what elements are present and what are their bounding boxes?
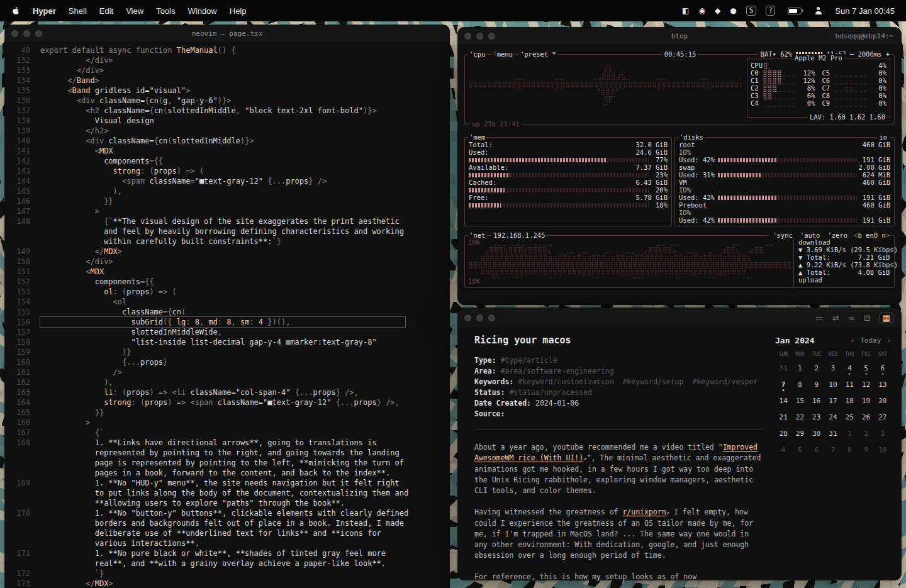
links-icon[interactable]: ⇄: [832, 313, 839, 323]
calendar-day[interactable]: 8: [841, 441, 858, 458]
code-line[interactable]: 40export default async function TheManua…: [5, 45, 449, 55]
calendar-day[interactable]: 9: [858, 441, 874, 458]
code-line[interactable]: 155 className={cn(: [5, 307, 449, 317]
code-line[interactable]: various interactions**.: [5, 538, 449, 548]
code-line[interactable]: borders and backgrounds felt out of plac…: [5, 518, 449, 528]
github-icon[interactable]: ●: [730, 6, 736, 15]
net-interface[interactable]: <b en0 n>: [854, 231, 890, 239]
code-line[interactable]: 145 ),: [5, 186, 449, 196]
calendar-day[interactable]: 2: [858, 425, 874, 441]
code-line[interactable]: **allowing users to explore "paths" thro…: [5, 498, 449, 508]
code-line[interactable]: 134 </Band>: [5, 75, 449, 86]
code-line[interactable]: 148 {`**The visual design of the site ex…: [5, 216, 449, 226]
code-line[interactable]: 133 </div>: [5, 65, 449, 75]
calendar-day[interactable]: 20: [875, 392, 891, 409]
box-toggle-sync[interactable]: 'sync: [771, 231, 794, 239]
calendar-day[interactable]: 11: [841, 376, 858, 392]
minimize-button[interactable]: [476, 314, 483, 321]
close-button[interactable]: [464, 314, 471, 321]
code-line[interactable]: and feel by heavily borrowing defining c…: [5, 226, 449, 236]
calendar-day[interactable]: 1: [841, 425, 858, 441]
code-line[interactable]: 171 1. **No pure black or white**, **sha…: [5, 548, 449, 558]
update-interval-control[interactable]: ─ 2000ms +: [850, 50, 890, 58]
code-line[interactable]: 170 1. **No "button-y" buttons**, clicka…: [5, 508, 449, 518]
calendar-day[interactable]: 9: [808, 376, 825, 392]
tag[interactable]: #area/software-engineering: [501, 367, 614, 375]
code-line[interactable]: 135 <Band gridless id="visual">: [5, 86, 449, 96]
code-line[interactable]: 143 strong: (props) => (: [5, 166, 449, 176]
minimize-button[interactable]: [23, 30, 30, 37]
calendar-day[interactable]: 21: [775, 409, 791, 425]
tag[interactable]: #status/unprocessed: [509, 388, 592, 397]
calendar-day[interactable]: 4: [841, 360, 858, 376]
close-button[interactable]: [11, 30, 18, 37]
code-line[interactable]: deliberate use of **underlined text for …: [5, 528, 449, 538]
spotify-icon[interactable]: ◉: [698, 6, 705, 15]
calendar-day[interactable]: 4: [775, 441, 791, 458]
code-line[interactable]: 166 >: [5, 418, 449, 428]
menu-window[interactable]: Window: [188, 6, 217, 16]
battery-icon[interactable]: [788, 8, 802, 14]
code-line[interactable]: 150 </div>: [5, 257, 449, 267]
calendar-day[interactable]: 31: [775, 360, 791, 376]
box-toggle-net[interactable]: 'net: [468, 231, 486, 239]
code-line[interactable]: 137 <h2 className={cn(slottedInMiddle, "…: [5, 106, 449, 116]
calendar-day[interactable]: 10: [875, 441, 891, 458]
user-switch-icon[interactable]: [814, 7, 822, 14]
code-line[interactable]: within carefully built constraints**:`}: [5, 236, 449, 247]
code-line[interactable]: 157 slottedInMiddleWide,: [5, 327, 449, 337]
code-line[interactable]: 149 </MDX>: [5, 247, 449, 257]
outline-icon[interactable]: ⊟: [864, 313, 871, 323]
active-app-name[interactable]: Hyper: [33, 6, 56, 16]
calendar-day[interactable]: 14: [775, 392, 791, 409]
btop-titlebar[interactable]: btop bdsqqq@mbp14:~: [458, 28, 901, 44]
tag[interactable]: #type/article: [501, 356, 557, 365]
zoom-button[interactable]: [488, 33, 495, 40]
code-line[interactable]: pages in a book, forward to the content,…: [5, 468, 449, 478]
calendar-day[interactable]: 16: [808, 392, 825, 409]
code-line[interactable]: 164 strong: (props) => <span className="…: [5, 397, 449, 408]
calendar-day[interactable]: 23: [808, 409, 825, 425]
calendar-day[interactable]: 7: [775, 376, 791, 392]
notes-titlebar[interactable]: ≔⇄∞⊟▦: [458, 308, 901, 327]
code-line[interactable]: 136 <div className={cn(g, "gap-y-6")}>: [5, 96, 449, 106]
net-box-label[interactable]: 'net: [468, 231, 486, 239]
code-line[interactable]: 160 {...props}: [5, 357, 449, 367]
code-line[interactable]: 172 `}: [5, 569, 449, 579]
tag[interactable]: #keyword/customization: [518, 377, 613, 386]
calendar-day[interactable]: 2: [808, 360, 825, 376]
list-icon[interactable]: ≔: [815, 313, 824, 323]
tag[interactable]: #keyword/vesper: [692, 377, 758, 386]
code-line[interactable]: 173 </MDX>: [5, 579, 449, 588]
box-toggle-preset[interactable]: 'preset *: [519, 50, 557, 58]
note-link[interactable]: r/unixporn: [622, 508, 666, 516]
calendar-day[interactable]: 24: [825, 409, 841, 425]
code-line[interactable]: 132 </div>: [5, 55, 449, 65]
calendar-day[interactable]: 13: [875, 376, 891, 392]
help-icon[interactable]: ?: [766, 6, 775, 16]
close-button[interactable]: [464, 33, 471, 40]
calendar-day[interactable]: 15: [791, 392, 808, 409]
io-toggle[interactable]: io: [877, 133, 889, 141]
code-line[interactable]: real**, and **with a grainy overlay achi…: [5, 558, 449, 569]
minimize-button[interactable]: [476, 33, 483, 40]
graph-icon[interactable]: ∞: [848, 313, 855, 323]
code-line[interactable]: 139 </h2>: [5, 126, 449, 136]
code-line[interactable]: 144 <span className="■text-gray-12" {...…: [5, 176, 449, 186]
calendar-day[interactable]: 25: [841, 409, 858, 425]
code-line[interactable]: 138 Visual design: [5, 116, 449, 126]
code-line[interactable]: 163 li: (props) => <li className="col-sp…: [5, 387, 449, 397]
menu-help[interactable]: Help: [230, 6, 247, 16]
box-toggle-cpu[interactable]: 'cpu: [468, 50, 486, 58]
stats-icon[interactable]: ◧: [682, 6, 689, 15]
calendar-day[interactable]: 19: [858, 392, 874, 409]
tag[interactable]: #keyword/setup: [622, 377, 683, 386]
box-toggle-disks[interactable]: 'disks: [678, 133, 705, 141]
zoom-button[interactable]: [488, 314, 495, 321]
calendar-day[interactable]: 18: [841, 392, 858, 409]
code-line[interactable]: 154 <ol: [5, 297, 449, 307]
code-line[interactable]: 167 {`: [5, 428, 449, 438]
code-line[interactable]: 151 <MDX: [5, 267, 449, 277]
box-toggle-zero[interactable]: 'zero: [826, 231, 849, 239]
zoom-button[interactable]: [35, 30, 42, 37]
